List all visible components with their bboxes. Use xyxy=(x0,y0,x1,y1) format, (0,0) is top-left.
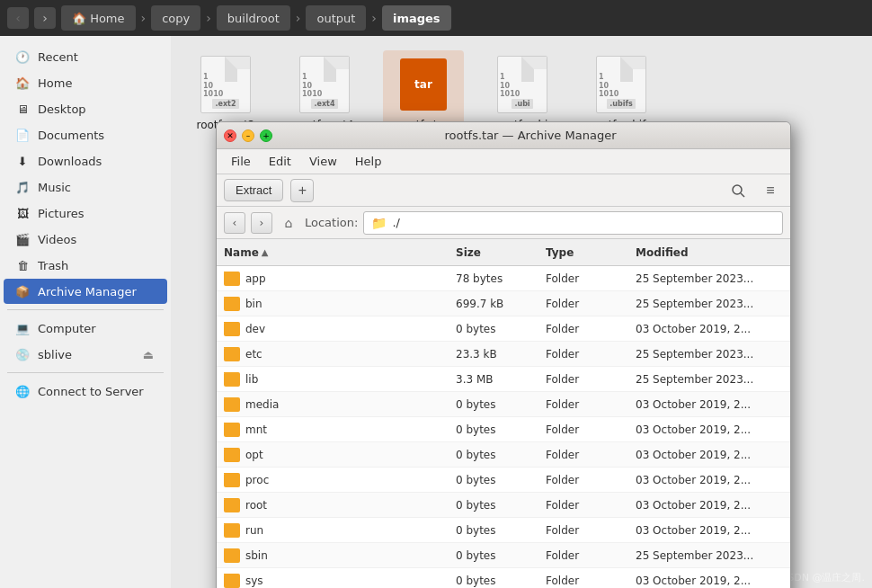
cell-name: media xyxy=(217,397,449,412)
file-list-container: Name ▲ Size Type Modified xyxy=(217,239,790,588)
location-forward-button[interactable]: › xyxy=(251,212,272,234)
table-row[interactable]: mnt 0 bytes Folder 03 October 2019, 2... xyxy=(217,417,790,442)
breadcrumb-copy[interactable]: copy xyxy=(151,5,200,31)
extract-button[interactable]: Extract xyxy=(224,179,283,201)
sidebar-item-sblive[interactable]: 💿 sblive ⏏ xyxy=(4,342,167,367)
cell-name: mnt xyxy=(217,423,449,437)
folder-icon-small xyxy=(224,297,240,311)
cell-modified: 25 September 2023... xyxy=(628,298,790,310)
window-maximize-button[interactable]: + xyxy=(260,129,272,142)
sidebar-item-archive-manager[interactable]: 📦 Archive Manager xyxy=(4,279,167,304)
sidebar-item-pictures[interactable]: 🖼 Pictures xyxy=(4,200,167,226)
table-row[interactable]: etc 23.3 kB Folder 25 September 2023... xyxy=(217,342,790,367)
folder-icon-small xyxy=(224,448,240,462)
search-button[interactable] xyxy=(725,178,751,203)
col-name-header[interactable]: Name ▲ xyxy=(217,246,449,259)
cell-type: Folder xyxy=(538,423,628,436)
window-close-button[interactable]: ✕ xyxy=(224,129,236,142)
search-icon xyxy=(731,183,745,198)
breadcrumb-output[interactable]: output xyxy=(306,5,366,31)
sidebar-item-computer[interactable]: 💻 Computer xyxy=(4,316,167,341)
cell-size: 0 bytes xyxy=(449,524,538,537)
cell-size: 699.7 kB xyxy=(449,298,538,310)
location-back-button[interactable]: ‹ xyxy=(224,212,245,234)
cell-size: 0 bytes xyxy=(449,398,538,411)
cell-name: lib xyxy=(217,372,449,387)
sidebar-item-label: Trash xyxy=(38,259,68,272)
add-button[interactable]: + xyxy=(290,179,314,202)
cell-modified: 03 October 2019, 2... xyxy=(628,474,790,486)
sidebar-item-home[interactable]: 🏠 Home xyxy=(4,70,167,95)
table-row[interactable]: root 0 bytes Folder 03 October 2019, 2..… xyxy=(217,493,790,518)
sidebar-item-downloads[interactable]: ⬇ Downloads xyxy=(4,148,167,174)
table-row[interactable]: dev 0 bytes Folder 03 October 2019, 2... xyxy=(217,316,790,342)
table-row[interactable]: proc 0 bytes Folder 03 October 2019, 2..… xyxy=(217,468,790,493)
table-row[interactable]: app 78 bytes Folder 25 September 2023... xyxy=(217,266,790,291)
forward-button[interactable]: › xyxy=(34,7,56,29)
modal-toolbar: Extract + ≡ xyxy=(217,174,790,207)
archive-icon: 📦 xyxy=(14,283,31,299)
file-icon-ubi: 1101010 .ubi xyxy=(497,56,547,113)
sidebar-item-documents[interactable]: 📄 Documents xyxy=(4,122,167,147)
cell-type: Folder xyxy=(538,298,628,310)
col-modified-header[interactable]: Modified xyxy=(628,246,790,259)
sidebar-item-label: Downloads xyxy=(38,155,102,168)
window-minimize-button[interactable]: – xyxy=(242,129,254,142)
drive-icon: 💿 xyxy=(14,346,31,362)
menu-edit[interactable]: Edit xyxy=(262,152,298,171)
col-type-header[interactable]: Type xyxy=(538,246,628,259)
table-row[interactable]: opt 0 bytes Folder 03 October 2019, 2... xyxy=(217,442,790,468)
cell-name: bin xyxy=(217,297,449,311)
folder-icon-small xyxy=(224,347,240,361)
table-row[interactable]: sbin 0 bytes Folder 25 September 2023... xyxy=(217,543,790,568)
cell-modified: 03 October 2019, 2... xyxy=(628,575,790,587)
cell-type: Folder xyxy=(538,499,628,512)
sidebar-item-videos[interactable]: 🎬 Videos xyxy=(4,227,167,252)
main-layout: 🕐 Recent 🏠 Home 🖥 Desktop 📄 Documents ⬇ … xyxy=(0,36,872,588)
home-icon: 🏠 xyxy=(14,75,31,91)
modal-title: rootfs.tar — Archive Manager xyxy=(278,129,783,142)
sidebar-item-music[interactable]: 🎵 Music xyxy=(4,174,167,200)
sidebar-item-label: Archive Manager xyxy=(38,285,137,298)
col-size-header[interactable]: Size xyxy=(449,246,538,259)
folder-icon-small xyxy=(224,423,240,437)
folder-icon-small xyxy=(224,397,240,412)
desktop-icon: 🖥 xyxy=(14,101,31,117)
cell-modified: 03 October 2019, 2... xyxy=(628,524,790,537)
breadcrumb-images[interactable]: images xyxy=(382,5,451,31)
videos-icon: 🎬 xyxy=(14,231,31,247)
file-icon-ubifs: 1101010 .ubifs xyxy=(596,56,646,113)
cell-type: Folder xyxy=(538,449,628,461)
cell-type: Folder xyxy=(538,549,628,562)
sidebar-item-label: Recent xyxy=(38,50,78,64)
sidebar-item-label: Videos xyxy=(38,233,76,246)
table-row[interactable]: sys 0 bytes Folder 03 October 2019, 2... xyxy=(217,568,790,588)
file-area: 1101010 .ext2 rootfs.ext2 1101010 .ext4 … xyxy=(171,36,872,588)
cell-name: run xyxy=(217,523,449,538)
back-button[interactable]: ‹ xyxy=(7,7,29,29)
table-row[interactable]: lib 3.3 MB Folder 25 September 2023... xyxy=(217,367,790,392)
sidebar-item-connect-to-server[interactable]: 🌐 Connect to Server xyxy=(4,379,167,404)
location-label: Location: xyxy=(305,216,358,229)
table-row[interactable]: bin 699.7 kB Folder 25 September 2023... xyxy=(217,291,790,316)
breadcrumb-sep-2: › xyxy=(206,11,211,25)
file-icon-ext4: 1101010 .ext4 xyxy=(299,56,350,113)
folder-icon-small xyxy=(224,523,240,538)
menu-view[interactable]: View xyxy=(302,152,344,171)
table-row[interactable]: media 0 bytes Folder 03 October 2019, 2.… xyxy=(217,392,790,417)
computer-icon: 💻 xyxy=(14,320,31,336)
eject-button[interactable]: ⏏ xyxy=(140,346,156,362)
table-row[interactable]: run 0 bytes Folder 03 October 2019, 2... xyxy=(217,518,790,543)
sidebar-item-trash[interactable]: 🗑 Trash xyxy=(4,253,167,278)
cell-size: 23.3 kB xyxy=(449,348,538,361)
sidebar-item-recent[interactable]: 🕐 Recent xyxy=(4,44,167,69)
trash-icon: 🗑 xyxy=(14,257,31,273)
location-home-button[interactable]: ⌂ xyxy=(278,212,299,234)
breadcrumb-home[interactable]: 🏠 Home xyxy=(61,5,136,31)
menu-help[interactable]: Help xyxy=(348,152,389,171)
hamburger-menu-button[interactable]: ≡ xyxy=(758,178,783,203)
location-input[interactable]: 📁 ./ xyxy=(363,211,783,235)
sidebar-item-desktop[interactable]: 🖥 Desktop xyxy=(4,96,167,121)
menu-file[interactable]: File xyxy=(224,152,258,171)
breadcrumb-buildroot[interactable]: buildroot xyxy=(217,5,290,31)
